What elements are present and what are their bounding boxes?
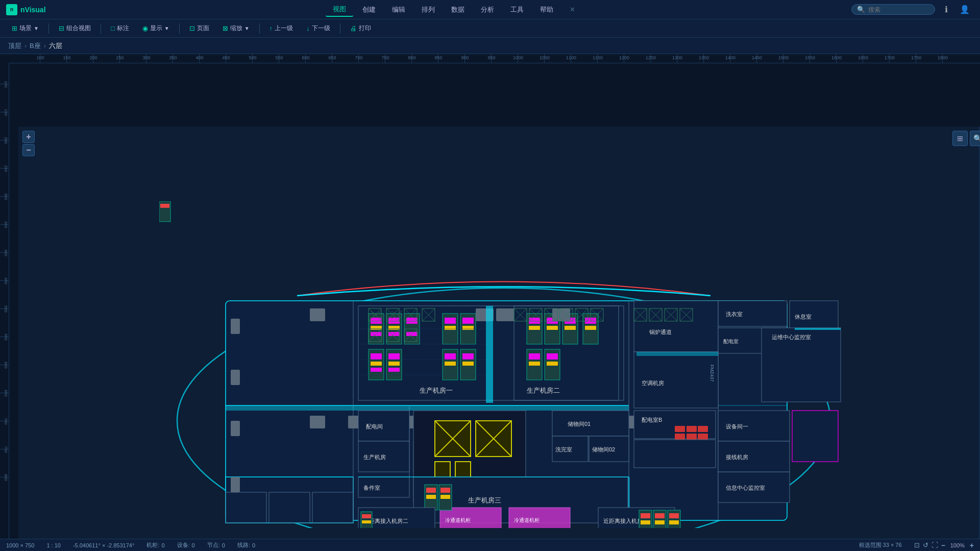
svg-rect-79 <box>486 306 493 403</box>
logo-icon: n <box>6 4 17 15</box>
toolbar-scene[interactable]: ⊞ 场景 ▼ <box>6 22 44 35</box>
breadcrumb-sep-1: › <box>24 42 27 50</box>
status-scale: 1 : 10 <box>46 542 61 548</box>
svg-text:锅炉通道: 锅炉通道 <box>649 329 672 335</box>
svg-rect-126 <box>634 440 716 468</box>
svg-rect-124 <box>698 434 708 440</box>
svg-rect-158 <box>655 513 665 518</box>
main-menu: 视图 创建 编辑 排列 数据 分析 工具 帮助 ✕ <box>56 3 851 17</box>
status-node: 节点: 0 <box>207 541 225 549</box>
breadcrumb-sep-2: › <box>44 42 46 50</box>
svg-rect-123 <box>687 434 697 440</box>
svg-rect-68 <box>496 308 514 321</box>
svg-rect-18 <box>371 318 382 324</box>
info-icon[interactable]: ℹ <box>939 3 953 17</box>
svg-rect-50 <box>529 326 540 330</box>
canvas-search-button[interactable]: 🔍 <box>970 131 980 146</box>
status-dimensions: 1000 × 750 <box>6 542 34 548</box>
breadcrumb-bar: 顶层 › B座 › 六层 <box>0 38 980 54</box>
menu-item-edit[interactable]: 编辑 <box>385 3 412 16</box>
svg-rect-2 <box>226 477 353 523</box>
breadcrumb-floor[interactable]: 六层 <box>49 41 62 51</box>
svg-rect-226 <box>636 352 718 356</box>
status-cabinet: 机柜: 0 <box>146 541 164 549</box>
fullscreen-icon[interactable]: ⛶ <box>932 541 938 549</box>
svg-text:接线机房: 接线机房 <box>726 454 748 460</box>
down-arrow-icon: ↓ <box>306 25 310 32</box>
svg-text:洗衣室: 洗衣室 <box>726 311 743 317</box>
svg-rect-34 <box>388 362 400 366</box>
vertical-ruler: 1001502002503003504004505005506006507007… <box>0 63 9 539</box>
menu-item-data[interactable]: 数据 <box>444 3 472 16</box>
screen-icon[interactable]: ⊡ <box>914 541 920 549</box>
svg-rect-150 <box>362 514 371 518</box>
toolbar-label[interactable]: □ 标注 <box>105 22 135 35</box>
menu-item-more[interactable]: ✕ <box>562 4 582 15</box>
svg-rect-19 <box>371 326 382 330</box>
canvas-area[interactable]: + − ⊞ 🔍 ⊞ ☰ ◈ ⊡ <box>18 127 980 551</box>
status-bar: 1000 × 750 1 : 10 -5.040611° × -2.853174… <box>0 539 980 551</box>
zoom-out-button[interactable]: − <box>22 144 35 156</box>
toolbar-zoom[interactable]: ⊠ 缩放 ▼ <box>217 22 255 35</box>
ruler-h: 1001502002503003504004505005506006507007… <box>9 54 980 63</box>
zoom-increase-icon[interactable]: + <box>970 541 974 549</box>
svg-text:配电间: 配电间 <box>366 423 383 429</box>
user-icon[interactable]: 👤 <box>958 3 972 17</box>
dropdown-arrow-2: ▼ <box>164 26 169 31</box>
zoom-decrease-icon[interactable]: − <box>941 541 945 549</box>
svg-rect-80 <box>226 405 629 411</box>
breadcrumb-building[interactable]: B座 <box>30 41 41 51</box>
svg-text:生产机房二: 生产机房二 <box>527 387 560 394</box>
breadcrumb-root[interactable]: 顶层 <box>8 41 21 51</box>
toolbar-display[interactable]: ◉ 显示 ▼ <box>137 22 175 35</box>
menu-item-layout[interactable]: 排列 <box>414 3 442 16</box>
svg-rect-140 <box>426 488 436 493</box>
svg-rect-157 <box>653 510 666 528</box>
svg-rect-149 <box>361 512 372 528</box>
svg-rect-151 <box>362 520 371 523</box>
toolbar-combo[interactable]: ⊟ 组合视图 <box>53 22 96 35</box>
svg-rect-33 <box>388 353 400 360</box>
divider-4 <box>259 23 260 34</box>
search-input[interactable] <box>868 6 929 13</box>
menu-item-view[interactable]: 视图 <box>326 3 353 17</box>
refresh-icon[interactable]: ↺ <box>923 541 928 549</box>
svg-rect-227 <box>795 328 841 330</box>
svg-rect-141 <box>426 495 436 499</box>
svg-rect-154 <box>639 510 652 528</box>
svg-rect-26 <box>406 318 418 324</box>
svg-rect-120 <box>687 426 697 432</box>
search-box: 🔍 <box>851 4 935 15</box>
svg-rect-144 <box>440 495 450 499</box>
menu-item-tools[interactable]: 工具 <box>503 3 531 16</box>
svg-rect-74 <box>231 319 240 334</box>
toolbar-up[interactable]: ↑ 上一级 <box>264 22 299 35</box>
svg-rect-44 <box>445 362 456 366</box>
menu-item-help[interactable]: 帮助 <box>533 3 560 16</box>
zoom-level-text: 100% <box>948 542 967 548</box>
secondary-toolbar: ⊞ 场景 ▼ ⊟ 组合视图 □ 标注 ◉ 显示 ▼ ⊡ 页面 ⊠ 缩放 ▼ ↑ … <box>0 19 980 38</box>
svg-rect-162 <box>669 520 679 524</box>
menu-item-create[interactable]: 创建 <box>355 3 383 16</box>
toolbar-page[interactable]: ⊡ 页面 <box>184 22 215 35</box>
svg-text:洗完室: 洗完室 <box>555 446 572 452</box>
svg-rect-56 <box>565 326 576 330</box>
svg-rect-70 <box>310 416 325 428</box>
zoom-controls: + − <box>22 131 35 156</box>
svg-rect-66 <box>310 308 325 321</box>
status-line: 线路: 0 <box>237 541 255 549</box>
zoom-in-button[interactable]: + <box>22 131 35 143</box>
print-icon: 🖨 <box>350 25 357 32</box>
page-icon: ⊡ <box>189 25 195 32</box>
svg-text:备件室: 备件室 <box>363 485 380 491</box>
svg-rect-65 <box>547 362 558 366</box>
zoom-icon: ⊠ <box>223 25 228 32</box>
svg-text:生产机房一: 生产机房一 <box>420 387 453 394</box>
toolbar-down[interactable]: ↓ 下一级 <box>301 22 336 35</box>
svg-rect-31 <box>371 368 382 372</box>
menu-item-analysis[interactable]: 分析 <box>474 3 501 16</box>
layer-button[interactable]: ⊞ <box>952 131 968 146</box>
svg-text:生产机房三: 生产机房三 <box>468 496 501 504</box>
toolbar-print[interactable]: 🖨 打印 <box>345 22 377 35</box>
search-icon: 🔍 <box>857 6 865 13</box>
